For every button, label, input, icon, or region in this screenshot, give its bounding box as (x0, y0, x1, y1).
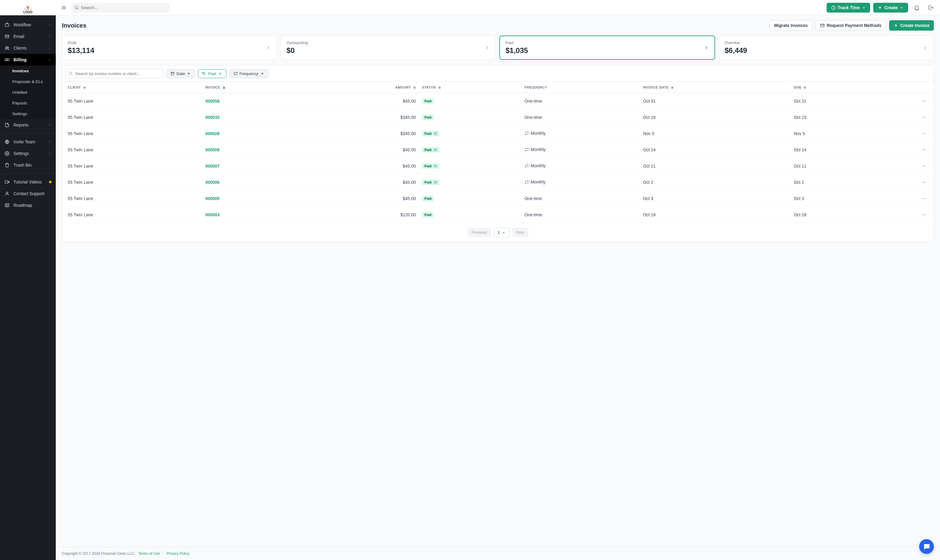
prev-button[interactable]: Previous (467, 228, 491, 237)
svg-point-71 (924, 198, 925, 199)
menu-toggle[interactable] (60, 3, 68, 12)
nav-sub-payouts[interactable]: Payouts (0, 98, 56, 108)
table-row[interactable]: 55 Twin Lane000033$345.00Paid One-timeOc… (62, 109, 934, 126)
col-status[interactable]: STATUS (419, 82, 521, 93)
nav-item-workflow[interactable]: Workflow (0, 19, 56, 31)
filter-status-paid[interactable]: Paid (198, 69, 226, 78)
row-menu-button[interactable] (921, 114, 928, 121)
row-menu-button[interactable] (921, 162, 928, 170)
col-client[interactable]: CLIENT (62, 82, 202, 93)
svg-point-33 (203, 72, 204, 73)
cell-frequency: One-time (522, 207, 640, 223)
nav-item-reports[interactable]: Reports (0, 119, 56, 131)
cell-amount: $345.00 (309, 126, 419, 142)
nav-item-trash[interactable]: Trash Bin (0, 159, 56, 171)
cell-invoice[interactable]: 000028 (202, 126, 309, 142)
svg-point-63 (923, 166, 923, 166)
row-menu-button[interactable] (921, 195, 928, 202)
nav-item-roadmap[interactable]: Roadmap (0, 199, 56, 211)
nav-sub-invoices[interactable]: Invoices (0, 66, 56, 76)
nav-item-invite-team[interactable]: Invite Team (0, 136, 56, 148)
logout-button[interactable] (925, 2, 936, 13)
privacy-link[interactable]: Privacy Policy (166, 551, 189, 556)
nav-item-email[interactable]: Email (0, 31, 56, 42)
nav-item-clients[interactable]: Clients (0, 42, 56, 54)
nav-sub-settings[interactable]: Settings (0, 108, 56, 119)
chevron-right-icon (923, 45, 928, 51)
cell-invoice[interactable]: 000033 (202, 109, 309, 126)
table-row[interactable]: 55 Twin Lane000005$45.00Paid One-timeOct… (62, 191, 934, 207)
row-menu-button[interactable] (921, 97, 928, 105)
nav-item-billing[interactable]: Billing (0, 54, 56, 66)
col-amount[interactable]: AMOUNT (309, 82, 419, 93)
cell-invoice[interactable]: 000007 (202, 158, 309, 174)
page-title: Invoices (62, 22, 86, 29)
sort-icon (671, 86, 674, 89)
cell-invoice[interactable]: 000006 (202, 174, 309, 191)
search-input[interactable] (71, 3, 169, 12)
row-menu-button[interactable] (921, 130, 928, 137)
row-menu-button[interactable] (921, 178, 928, 186)
nav-sub-proposals[interactable]: Proposals & ELs (0, 76, 56, 87)
filter-frequency[interactable]: Frequency (229, 69, 268, 78)
table-search-input[interactable] (65, 69, 163, 78)
topbar: Track Time Create (56, 0, 940, 15)
next-button[interactable]: Next (512, 228, 529, 237)
nav-item-tutorials[interactable]: Tutorial Videos (0, 176, 56, 188)
table-row[interactable]: 55 Twin Lane000028$345.00Paid MonthlyNov… (62, 126, 934, 142)
create-button[interactable]: Create (873, 3, 908, 12)
cell-due: Oct 11 (791, 158, 868, 174)
logo[interactable]: LOGO (0, 0, 56, 15)
mail-icon (4, 34, 10, 39)
chevron-down-icon (502, 231, 506, 234)
svg-rect-9 (5, 181, 8, 183)
cell-invoice[interactable]: 000009 (202, 142, 309, 158)
migrate-invoices-button[interactable]: Migrate Invoices (770, 20, 812, 31)
nav-item-support[interactable]: Contact Support (0, 188, 56, 199)
col-frequency: FREQUENCY (522, 82, 640, 93)
cell-invoice[interactable]: 000003 (202, 207, 309, 223)
nav-item-settings[interactable]: Settings (0, 148, 56, 159)
stat-outstanding[interactable]: Outstanding $0 (281, 35, 496, 60)
svg-point-73 (923, 214, 923, 215)
notifications-button[interactable] (911, 2, 922, 13)
chat-launcher[interactable] (919, 539, 934, 554)
svg-point-57 (925, 133, 926, 134)
stat-draft[interactable]: Draft $13,114 (62, 35, 277, 60)
tag-icon (202, 71, 206, 76)
col-due[interactable]: DUE (791, 82, 868, 93)
caret-down-icon (218, 71, 222, 76)
filter-date[interactable]: Date (166, 69, 195, 78)
table-row[interactable]: 55 Twin Lane000003$120.00Paid One-timeOc… (62, 207, 934, 223)
dots-icon (922, 147, 927, 152)
button-label: Track Time (838, 5, 860, 10)
chevron-right-icon (485, 45, 490, 51)
svg-marker-37 (83, 88, 86, 89)
col-invoice-date[interactable]: INVOICE DATE (640, 82, 791, 93)
row-menu-button[interactable] (921, 211, 928, 218)
table-row[interactable]: 55 Twin Lane000009$45.00Paid MonthlyOct … (62, 142, 934, 158)
svg-point-75 (925, 214, 926, 215)
cell-status: Paid (419, 191, 521, 207)
col-invoice[interactable]: INVOICE (202, 82, 309, 93)
stat-overdue[interactable]: Overdue $6,449 (719, 35, 934, 60)
cell-frequency: Monthly (522, 142, 640, 158)
table-row[interactable]: 55 Twin Lane000007$45.00Paid MonthlyOct … (62, 158, 934, 174)
table-row[interactable]: 55 Twin Lane000058$45.00Paid One-timeOct… (62, 93, 934, 109)
cell-client: 55 Twin Lane (62, 93, 202, 109)
plus-icon (894, 23, 898, 28)
stat-paid[interactable]: Paid $1,035 (499, 35, 715, 60)
create-invoice-button[interactable]: Create Invoice (889, 20, 934, 31)
filters-bar: Date Paid Frequency (62, 66, 934, 82)
nav-sub-unbilled[interactable]: Unbilled (0, 87, 56, 98)
table-row[interactable]: 55 Twin Lane000006$45.00Paid MonthlyOct … (62, 174, 934, 191)
request-payment-methods-button[interactable]: Request Payment Methods (815, 20, 886, 31)
row-menu-button[interactable] (921, 146, 928, 154)
status-badge: Paid (422, 115, 434, 120)
page-select[interactable]: 1 (494, 227, 509, 237)
cell-invoice[interactable]: 000005 (202, 191, 309, 207)
track-time-button[interactable]: Track Time (827, 3, 871, 12)
nav-label: Invite Team (14, 139, 48, 144)
terms-link[interactable]: Terms of Use (138, 551, 160, 556)
cell-invoice[interactable]: 000058 (202, 93, 309, 109)
